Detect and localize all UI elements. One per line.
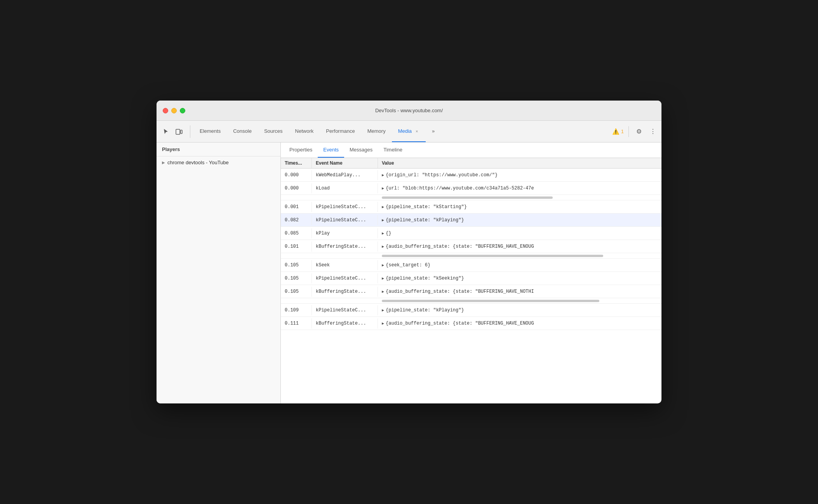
- right-panel: Properties Events Messages Timeline Time…: [281, 143, 661, 403]
- cell-event-name: kPipelineStateC...: [312, 215, 378, 225]
- tab-media[interactable]: Media ×: [392, 121, 426, 142]
- settings-button[interactable]: ⚙: [634, 126, 644, 137]
- main-content: Players ▶ chrome devtools - YouTube Prop…: [157, 143, 661, 403]
- cell-timestamp: 0.082: [281, 215, 312, 225]
- cell-event-name: kPipelineStateC...: [312, 273, 378, 283]
- sidebar-item-player[interactable]: ▶ chrome devtools - YouTube: [157, 156, 280, 169]
- col-header-event-name: Event Name: [312, 158, 378, 168]
- hscroll-thumb[interactable]: [382, 300, 599, 302]
- row-expand-icon[interactable]: ▶: [382, 218, 384, 222]
- cell-event-name: kBufferingState...: [312, 242, 378, 252]
- cell-event-name: kLoad: [312, 183, 378, 193]
- toolbar-right: ⚠️ 1 ⚙ ⋮: [609, 126, 658, 137]
- cell-value: ▶ {audio_buffering_state: {state: "BUFFE…: [378, 287, 661, 297]
- sub-tab-events[interactable]: Events: [318, 143, 344, 158]
- table-row[interactable]: 0.001 kPipelineStateC... ▶ {pipeline_sta…: [281, 200, 661, 214]
- cell-timestamp: 0.111: [281, 318, 312, 328]
- row-expand-icon[interactable]: ▶: [382, 231, 384, 236]
- hscroll-thumb[interactable]: [382, 196, 553, 199]
- table-row[interactable]: 0.082 kPipelineStateC... ▶ {pipeline_sta…: [281, 214, 661, 227]
- row-expand-icon[interactable]: ▶: [382, 308, 384, 313]
- more-options-button[interactable]: ⋮: [647, 126, 658, 137]
- tab-elements[interactable]: Elements: [193, 121, 227, 142]
- cell-event-name: kPipelineStateC...: [312, 305, 378, 315]
- tab-performance[interactable]: Performance: [320, 121, 361, 142]
- more-tabs-button[interactable]: »: [426, 121, 441, 142]
- device-toggle-icon[interactable]: [173, 125, 185, 138]
- table-row-group: 0.000 kLoad ▶ {url: "blob:https://www.yo…: [281, 182, 661, 200]
- sidebar-item-label: chrome devtools - YouTube: [167, 160, 229, 165]
- sub-tab-timeline[interactable]: Timeline: [378, 143, 408, 158]
- toolbar-divider: [628, 126, 629, 137]
- tab-media-close[interactable]: ×: [414, 129, 419, 134]
- warning-count: 1: [621, 129, 624, 134]
- cell-value: ▶ {seek_target: 6}: [378, 260, 661, 270]
- sub-tab-properties[interactable]: Properties: [284, 143, 318, 158]
- table-row[interactable]: 0.085 kPlay ▶ {}: [281, 227, 661, 240]
- cell-timestamp: 0.105: [281, 260, 312, 270]
- row-expand-icon[interactable]: ▶: [382, 289, 384, 294]
- cursor-icon[interactable]: [160, 125, 172, 138]
- cell-value: ▶ {pipeline_state: "kStarting"}: [378, 202, 661, 212]
- table-row[interactable]: 0.000 kLoad ▶ {url: "blob:https://www.yo…: [281, 182, 661, 195]
- table-row[interactable]: 0.105 kPipelineStateC... ▶ {pipeline_sta…: [281, 272, 661, 285]
- cell-timestamp: 0.085: [281, 228, 312, 238]
- table-header: Times... Event Name Value: [281, 158, 661, 169]
- warning-badge[interactable]: ⚠️ 1: [612, 128, 624, 135]
- table-row[interactable]: 0.101 kBufferingState... ▶ {audio_buffer…: [281, 240, 661, 253]
- sub-tabs: Properties Events Messages Timeline: [281, 143, 661, 158]
- cell-value: ▶ {url: "blob:https://www.youtube.com/c3…: [378, 183, 661, 193]
- tab-console[interactable]: Console: [227, 121, 258, 142]
- cell-event-name: kBufferingState...: [312, 287, 378, 297]
- cell-event-name: kBufferingState...: [312, 318, 378, 328]
- cell-timestamp: 0.105: [281, 287, 312, 297]
- minimize-button[interactable]: [171, 108, 177, 113]
- col-header-timestamp: Times...: [281, 158, 312, 168]
- window-title: DevTools - www.youtube.com/: [375, 108, 443, 113]
- events-table[interactable]: Times... Event Name Value 0.000 kWebMedi…: [281, 158, 661, 403]
- cell-timestamp: 0.000: [281, 183, 312, 193]
- sidebar-header: Players: [157, 143, 280, 156]
- cell-timestamp: 0.109: [281, 305, 312, 315]
- traffic-lights: [163, 108, 185, 113]
- gear-icon: ⚙: [636, 128, 642, 135]
- table-row[interactable]: 0.111 kBufferingState... ▶ {audio_buffer…: [281, 317, 661, 330]
- row-expand-icon[interactable]: ▶: [382, 173, 384, 177]
- warning-icon: ⚠️: [612, 128, 620, 135]
- cell-value: ▶ {audio_buffering_state: {state: "BUFFE…: [378, 318, 661, 328]
- horizontal-scrollbar[interactable]: [281, 195, 661, 200]
- row-expand-icon[interactable]: ▶: [382, 186, 384, 191]
- maximize-button[interactable]: [180, 108, 185, 113]
- cell-event-name: kPlay: [312, 228, 378, 238]
- cell-value: ▶ {}: [378, 228, 661, 238]
- table-row-group: 0.105 kBufferingState... ▶ {audio_buffer…: [281, 285, 661, 304]
- cell-value: ▶ {pipeline_state: "kPlaying"}: [378, 215, 661, 225]
- table-row[interactable]: 0.105 kBufferingState... ▶ {audio_buffer…: [281, 285, 661, 298]
- cell-timestamp: 0.001: [281, 202, 312, 212]
- hscroll-thumb[interactable]: [382, 255, 603, 257]
- svg-rect-1: [181, 130, 182, 134]
- table-row[interactable]: 0.000 kWebMediaPlay... ▶ {origin_url: "h…: [281, 169, 661, 182]
- tab-sources[interactable]: Sources: [258, 121, 289, 142]
- row-expand-icon[interactable]: ▶: [382, 321, 384, 326]
- main-tabs: Elements Console Sources Network Perform…: [193, 121, 609, 142]
- row-expand-icon[interactable]: ▶: [382, 276, 384, 281]
- table-row[interactable]: 0.109 kPipelineStateC... ▶ {pipeline_sta…: [281, 304, 661, 317]
- cell-value: ▶ {origin_url: "https://www.youtube.com/…: [378, 170, 661, 180]
- close-button[interactable]: [163, 108, 168, 113]
- cell-value: ▶ {pipeline_state: "kPlaying"}: [378, 305, 661, 315]
- cell-event-name: kPipelineStateC...: [312, 202, 378, 212]
- row-expand-icon[interactable]: ▶: [382, 244, 384, 249]
- row-expand-icon[interactable]: ▶: [382, 205, 384, 209]
- row-expand-icon[interactable]: ▶: [382, 263, 384, 268]
- cell-value: ▶ {audio_buffering_state: {state: "BUFFE…: [378, 242, 661, 252]
- tab-network[interactable]: Network: [289, 121, 320, 142]
- col-header-value: Value: [378, 158, 661, 168]
- table-row[interactable]: 0.105 kSeek ▶ {seek_target: 6}: [281, 259, 661, 272]
- horizontal-scrollbar[interactable]: [281, 253, 661, 259]
- horizontal-scrollbar[interactable]: [281, 298, 661, 304]
- cell-timestamp: 0.000: [281, 170, 312, 180]
- sub-tab-messages[interactable]: Messages: [344, 143, 378, 158]
- cell-event-name: kSeek: [312, 260, 378, 270]
- tab-memory[interactable]: Memory: [361, 121, 392, 142]
